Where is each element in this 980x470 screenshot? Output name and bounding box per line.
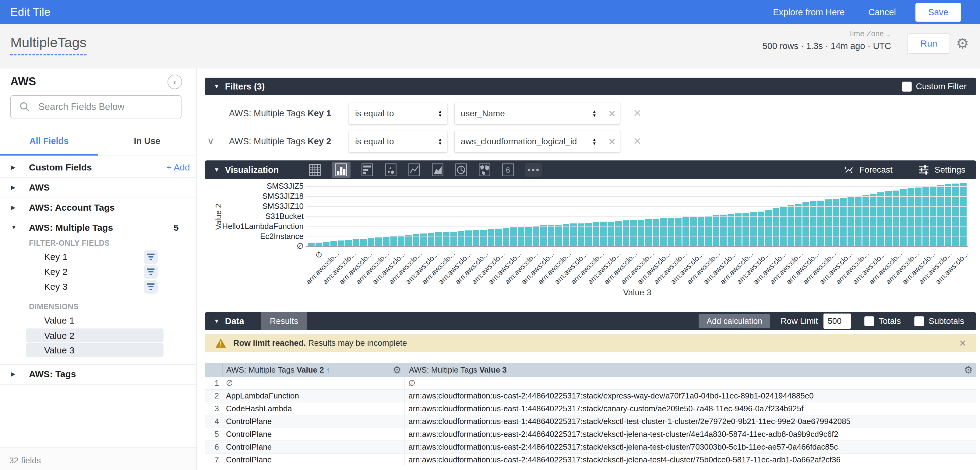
filter-operator-select[interactable]: is equal to ▲▼	[349, 131, 447, 152]
value-2-cell[interactable]: ∅	[222, 377, 405, 389]
more-chart-types-icon[interactable]	[525, 163, 542, 176]
chart-bar[interactable]	[765, 210, 772, 246]
chart-bar[interactable]	[870, 194, 877, 246]
chart-bar[interactable]	[802, 202, 809, 246]
chevron-down-icon[interactable]: ∨	[207, 135, 214, 147]
chart-type-bar-icon[interactable]	[361, 162, 374, 177]
chart-bar[interactable]	[593, 222, 599, 246]
chart-bar[interactable]	[533, 226, 539, 246]
results-tab[interactable]: Results	[261, 312, 307, 330]
tab-in-use[interactable]: In Use	[98, 136, 196, 146]
filter-value-select[interactable]: user_Name ▲▼ ×	[454, 103, 620, 124]
chart-bar[interactable]	[788, 205, 794, 246]
chart-bar[interactable]	[630, 220, 637, 246]
chart-bar[interactable]	[682, 217, 689, 246]
chart-bar[interactable]	[735, 213, 742, 246]
remove-filter-icon[interactable]: ×	[633, 105, 641, 121]
chart-bar[interactable]	[331, 241, 337, 246]
chart-bar[interactable]	[563, 224, 570, 246]
timezone-dropdown[interactable]: Time Zone ⌄	[762, 29, 891, 38]
gear-icon[interactable]: ⚙	[393, 364, 401, 376]
value-2-cell[interactable]: ControlPlane	[222, 441, 405, 453]
sidebar-group-tags[interactable]: AWS: Tags	[29, 369, 76, 379]
caret-right-icon[interactable]: ▶	[11, 164, 16, 171]
caret-right-icon[interactable]: ▶	[11, 370, 16, 378]
chart-bar[interactable]	[420, 233, 427, 246]
value-2-cell[interactable]: ControlPlane	[222, 428, 405, 440]
chart-bar[interactable]	[713, 215, 719, 246]
sidebar-group-multiple-tags[interactable]: AWS: Multiple Tags	[29, 222, 113, 233]
field-key-3[interactable]: Key 3	[44, 281, 68, 292]
filter-icon[interactable]	[144, 265, 158, 279]
chart-type-map-icon[interactable]	[478, 162, 491, 177]
chart-bar[interactable]	[540, 225, 547, 246]
chart-bar[interactable]	[443, 232, 450, 246]
chart-bar[interactable]	[345, 240, 352, 246]
chart-bar[interactable]	[810, 201, 817, 246]
chart-bar[interactable]	[368, 238, 375, 246]
chart-bar[interactable]	[885, 191, 892, 246]
chart-type-single-value-icon[interactable]: 6	[501, 162, 515, 177]
chart-bar[interactable]	[795, 204, 802, 246]
chart-bar[interactable]	[698, 216, 705, 246]
chart-bar[interactable]	[315, 243, 322, 246]
chart-bar[interactable]	[450, 232, 457, 246]
chart-bar[interactable]	[892, 191, 899, 246]
filter-icon[interactable]	[144, 280, 158, 294]
chart-bar[interactable]	[323, 242, 329, 246]
table-row[interactable]: 4ControlPlanearn:aws:cloudformation:us-e…	[205, 415, 976, 428]
explore-from-here-link[interactable]: Explore from Here	[773, 7, 845, 17]
field-search-box[interactable]	[10, 95, 181, 118]
field-value-1[interactable]: Value 1	[44, 315, 75, 326]
totals-checkbox[interactable]	[864, 316, 874, 326]
chart-bar[interactable]	[480, 230, 487, 246]
field-value-2[interactable]: Value 2	[44, 330, 75, 341]
visualization-header[interactable]: Visualization	[225, 165, 279, 175]
collapse-sidebar-button[interactable]: ‹	[167, 75, 182, 89]
chart-bar[interactable]	[668, 218, 674, 246]
chart-bar[interactable]	[375, 237, 382, 246]
chart-bar[interactable]	[727, 214, 734, 246]
column-header-value-2[interactable]: AWS: Multiple Tags Value 2 ↑ ⚙	[223, 363, 405, 377]
chart-bar[interactable]	[390, 236, 397, 246]
chart-bar[interactable]	[930, 186, 937, 246]
chart-bar[interactable]	[900, 189, 907, 246]
clear-value-icon[interactable]: ×	[604, 107, 620, 121]
gear-icon[interactable]: ⚙	[964, 364, 973, 376]
viz-settings-button[interactable]: Settings	[918, 164, 966, 176]
dismiss-warning-icon[interactable]: ×	[959, 337, 966, 350]
chart-bar[interactable]	[608, 222, 614, 246]
chart-bar[interactable]	[862, 195, 869, 246]
add-calculation-button[interactable]: Add calculation	[698, 314, 770, 328]
table-row[interactable]: 6ControlPlanearn:aws:cloudformation:us-e…	[205, 441, 976, 454]
chart-bar[interactable]	[877, 192, 884, 246]
sidebar-group-aws[interactable]: AWS	[29, 183, 49, 193]
chart-bar[interactable]	[383, 237, 390, 246]
chart-bar[interactable]	[645, 219, 652, 246]
value-2-cell[interactable]: CodeHashLambda	[222, 402, 405, 415]
field-search-input[interactable]	[38, 101, 167, 113]
sidebar-group-account-tags[interactable]: AWS: Account Tags	[29, 202, 115, 213]
query-title[interactable]: MultipleTags	[10, 35, 86, 56]
chart-bar[interactable]	[652, 219, 659, 246]
chart-type-column-icon[interactable]	[332, 162, 350, 178]
save-button[interactable]: Save	[915, 3, 961, 22]
row-limit-input[interactable]	[824, 314, 851, 329]
chart-type-pie-icon[interactable]	[454, 162, 468, 177]
value-3-cell[interactable]: arn:aws:cloudformation:us-east-2:4486402…	[405, 441, 976, 453]
chart-bar[interactable]	[548, 225, 555, 246]
chart-bar[interactable]	[353, 239, 360, 246]
chart-bar[interactable]	[675, 218, 682, 246]
value-2-cell[interactable]: ControlPlane	[222, 454, 405, 466]
column-header-value-3[interactable]: AWS: Multiple Tags Value 3 ⚙	[405, 363, 976, 377]
chart-bar[interactable]	[360, 239, 367, 246]
clear-value-icon[interactable]: ×	[604, 135, 620, 149]
value-3-cell[interactable]: arn:aws:cloudformation:us-east-2:4486402…	[405, 454, 976, 466]
table-row[interactable]: 2AppLambdaFunctionarn:aws:cloudformation…	[205, 390, 976, 402]
chart-bar[interactable]	[848, 197, 854, 246]
value-3-cell[interactable]: arn:aws:cloudformation:us-east-1:4486402…	[405, 402, 976, 415]
chart-bar[interactable]	[495, 229, 502, 246]
chart-bar[interactable]	[600, 222, 607, 246]
table-row[interactable]: 1∅∅	[205, 377, 976, 390]
cancel-button[interactable]: Cancel	[869, 7, 896, 17]
